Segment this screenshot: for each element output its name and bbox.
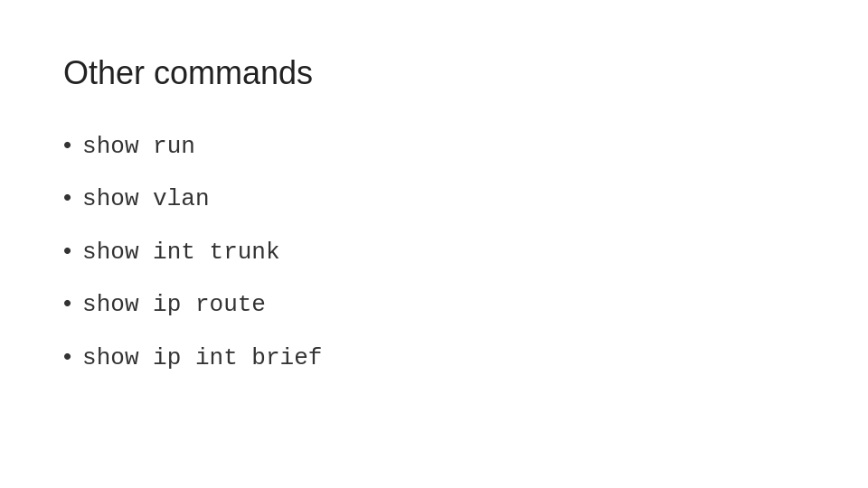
bullet-dot-icon: • <box>63 128 71 161</box>
bullet-dot-icon: • <box>63 340 71 372</box>
list-item: •show vlan <box>63 172 805 224</box>
bullet-text: show int trunk <box>82 236 279 268</box>
bullet-text: show run <box>82 130 195 163</box>
bullet-text: show vlan <box>82 183 209 215</box>
list-item: •show int trunk <box>63 225 805 277</box>
bullet-text: show ip route <box>82 288 266 321</box>
slide-container: Other commands •show run•show vlan•show … <box>0 0 868 488</box>
bullet-dot-icon: • <box>63 234 71 267</box>
bullet-dot-icon: • <box>63 286 71 319</box>
bullet-dot-icon: • <box>63 181 71 213</box>
list-item: •show run <box>63 119 805 172</box>
list-item: •show ip int brief <box>63 331 805 383</box>
slide-title: Other commands <box>63 54 805 92</box>
bullet-list: •show run•show vlan•show int trunk•show … <box>63 119 805 383</box>
list-item: •show ip route <box>63 277 805 330</box>
bullet-text: show ip int brief <box>82 342 322 374</box>
